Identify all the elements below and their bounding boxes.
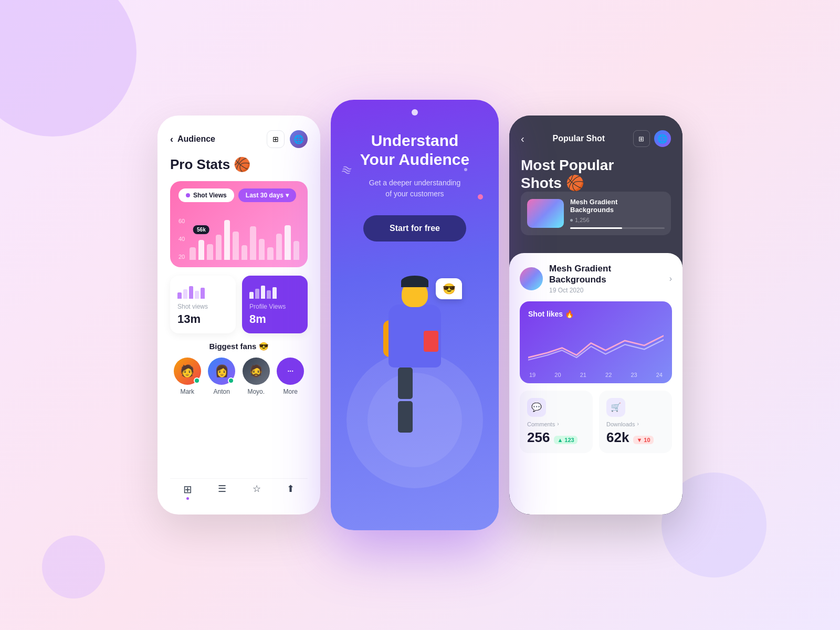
bar-chart: 60 40 20 56k — [178, 207, 299, 260]
hero-title: UnderstandYour Audience — [360, 131, 469, 169]
bar-8 — [250, 226, 256, 260]
nav-filter[interactable]: ☰ — [218, 483, 226, 500]
figure-phone — [424, 331, 438, 352]
bookmark-icon: ☆ — [253, 483, 261, 495]
period-label: Last 30 days — [246, 192, 284, 199]
shot-arrow-icon[interactable]: › — [669, 274, 672, 284]
count-value: 1,256 — [575, 217, 590, 223]
shot-views-tab[interactable]: Shot Views — [178, 188, 234, 202]
preview-dot-icon — [570, 219, 573, 222]
hero-figure: 😎 — [357, 257, 472, 404]
bar-3 — [207, 244, 213, 260]
mini-bar-p5 — [272, 287, 277, 299]
x-label-24: 24 — [656, 372, 663, 378]
fan-avatar-mark: 🧑 — [174, 358, 201, 385]
x-label-22: 22 — [605, 372, 612, 378]
mini-bar-p2 — [255, 289, 259, 299]
shot-views-mini-bars — [177, 283, 228, 299]
popular-title: Most PopularShots 🏀 — [521, 156, 671, 192]
progress-bar — [570, 227, 665, 229]
y-label-40: 40 — [178, 236, 185, 242]
globe-icon[interactable]: 🌐 — [290, 130, 308, 148]
fire-icon: 🔥 — [565, 310, 574, 318]
y-label-60: 60 — [178, 218, 185, 224]
mini-bar-4 — [195, 291, 199, 299]
right-globe-icon[interactable]: 🌐 — [654, 130, 671, 147]
period-selector[interactable]: Last 30 days ▾ — [238, 188, 296, 202]
bar-2: 56k — [198, 240, 204, 260]
x-axis-labels: 19 20 21 22 23 24 — [528, 372, 664, 378]
mini-bar-3 — [189, 286, 193, 299]
comments-arrow: › — [557, 421, 559, 427]
downloads-card[interactable]: 🛒 Downloads › 62k ▼ 10 — [599, 391, 672, 453]
screens-container: ‹ Audience ⊞ 🌐 Pro Stats 🏀 Shot Views La… — [158, 100, 682, 530]
x-label-19: 19 — [529, 372, 536, 378]
fan-avatar-anton: 👩 — [208, 358, 235, 385]
bar-13 — [293, 241, 299, 260]
fan-moyo[interactable]: 🧔 Moyo. — [243, 358, 270, 395]
stats-row: Shot views 13m Profile Views 8m — [170, 276, 308, 333]
pro-stats-title: Pro Stats 🏀 — [170, 156, 308, 173]
shot-views-value: 13m — [177, 312, 228, 326]
bar-9 — [259, 239, 265, 260]
fan-more[interactable]: ··· More — [277, 358, 304, 395]
bar-10 — [267, 247, 273, 260]
deco-dot-pink — [478, 194, 483, 200]
x-label-20: 20 — [554, 372, 561, 378]
profile-views-card: Profile Views 8m — [242, 276, 308, 333]
downloads-change: ▼ 10 — [633, 436, 653, 444]
bar-12 — [285, 225, 290, 260]
figure-legs — [396, 368, 433, 399]
preview-info: Mesh GradientBackgrounds 1,256 — [570, 198, 665, 229]
phone-left: ‹ Audience ⊞ 🌐 Pro Stats 🏀 Shot Views La… — [158, 116, 320, 514]
leg-right — [398, 401, 413, 433]
bars: 56k — [190, 218, 299, 260]
fan-anton[interactable]: 👩 Anton — [208, 358, 235, 395]
figure-head — [402, 281, 428, 307]
right-back-arrow[interactable]: ‹ — [521, 133, 524, 145]
start-free-button[interactable]: Start for free — [363, 215, 466, 242]
chat-bubble: 😎 — [436, 278, 462, 299]
comments-icon: 💬 — [527, 398, 546, 417]
notch — [412, 109, 418, 116]
preview-name: Mesh GradientBackgrounds — [570, 198, 665, 214]
filter-icon: ☰ — [218, 483, 226, 495]
tab-label: Shot Views — [193, 192, 227, 199]
downloads-arrow: › — [637, 421, 638, 427]
bar-1 — [190, 247, 195, 260]
x-label-21: 21 — [580, 372, 586, 378]
shot-date: 19 Oct 2020 — [549, 287, 663, 294]
likes-svg — [528, 324, 664, 366]
bar-tooltip: 56k — [193, 225, 209, 234]
likes-chart: Shot likes 🔥 19 20 21 22 23 24 — [520, 301, 672, 383]
shot-info: Mesh GradientBackgrounds 19 Oct 2020 — [549, 264, 663, 294]
back-button[interactable]: ‹ Audience — [170, 134, 215, 145]
nav-bookmark[interactable]: ☆ — [253, 483, 261, 500]
header-icons: ⊞ 🌐 — [267, 130, 308, 148]
right-top-section: ‹ Popular Shot ⊞ 🌐 Most PopularShots 🏀 M… — [509, 116, 682, 253]
bar-5 — [224, 220, 230, 260]
bar-4 — [216, 235, 222, 260]
shot-header: Mesh GradientBackgrounds 19 Oct 2020 › — [520, 264, 672, 294]
hero-subtitle: Get a deeper understandingof your custom… — [369, 177, 460, 200]
bar-7 — [242, 245, 247, 260]
nav-home[interactable]: ⊞ — [183, 483, 192, 500]
comments-label: Comments › — [527, 421, 585, 427]
home-icon: ⊞ — [183, 483, 192, 496]
nav-share[interactable]: ⬆ — [287, 483, 295, 500]
bottom-nav: ⊞ ☰ ☆ ⬆ — [170, 478, 308, 500]
mini-bar-2 — [183, 289, 187, 299]
right-grid-icon[interactable]: ⊞ — [633, 130, 650, 147]
x-label-23: 23 — [631, 372, 637, 378]
left-phone-header: ‹ Audience ⊞ 🌐 — [170, 130, 308, 148]
dot-icon — [186, 193, 190, 197]
fan-avatar-moyo: 🧔 — [243, 358, 270, 385]
right-nav: ‹ Popular Shot ⊞ 🌐 — [521, 130, 671, 147]
back-arrow-icon: ‹ — [170, 134, 173, 145]
progress-fill — [570, 227, 622, 229]
grid-icon[interactable]: ⊞ — [267, 130, 285, 148]
phone-right: ‹ Popular Shot ⊞ 🌐 Most PopularShots 🏀 M… — [509, 116, 682, 514]
preview-card[interactable]: Mesh GradientBackgrounds 1,256 — [521, 192, 671, 235]
fan-mark[interactable]: 🧑 Mark — [174, 358, 201, 395]
comments-card[interactable]: 💬 Comments › 256 ▲ 123 — [520, 391, 593, 453]
